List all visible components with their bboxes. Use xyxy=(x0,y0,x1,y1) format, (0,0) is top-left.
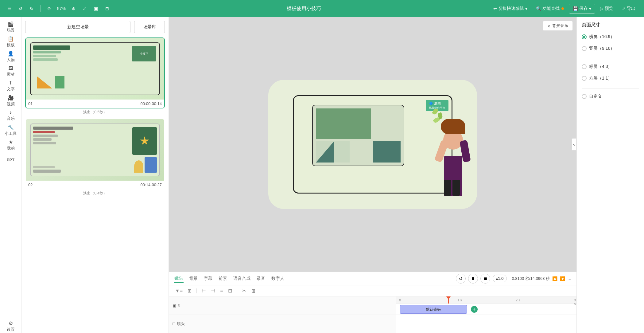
mine-icon: ★ xyxy=(9,139,13,145)
sidebar-item-ppt[interactable]: PPT xyxy=(2,153,20,166)
layout-button[interactable]: ⊟ xyxy=(103,5,111,12)
zoom-out-button[interactable]: ⊖ xyxy=(45,5,53,12)
feature-search-button[interactable]: 🔍 功能查找 xyxy=(532,4,568,13)
character-icon: 👤 xyxy=(8,51,14,57)
tab-subtitle[interactable]: 字幕 xyxy=(203,275,213,283)
split-icon[interactable]: ✂ xyxy=(241,287,247,294)
align-center-icon[interactable]: ≡ xyxy=(219,288,224,294)
option-standard[interactable]: 标屏（4:3） xyxy=(582,64,639,69)
export-icon: ↗ xyxy=(622,6,626,11)
align-right-icon[interactable]: ⊣ xyxy=(210,287,216,294)
redo-button[interactable]: ↻ xyxy=(27,5,36,12)
grid-timeline-icon[interactable]: ⊞ xyxy=(186,287,193,294)
center-area: ♫ 背景音乐 🔷 展阅视频制作平台 xyxy=(169,17,576,333)
sidebar-item-music[interactable]: ♪ 音乐 xyxy=(2,109,20,122)
radio-portrait[interactable] xyxy=(582,46,587,51)
switch-edit-button[interactable]: ⇌ 切换快速编辑 ▾ xyxy=(490,4,531,13)
material-icon: 🖼 xyxy=(8,65,13,71)
scene-transition-2: 淡出（0.4秒） xyxy=(25,190,165,197)
square-label: 方屏（1:1） xyxy=(589,76,612,81)
layout-icon: ⊟ xyxy=(105,6,109,11)
radio-custom[interactable] xyxy=(582,94,587,99)
tool-divider xyxy=(196,288,197,293)
option-portrait[interactable]: 竖屏（9:16） xyxy=(582,46,639,51)
reset-button[interactable]: ↺ xyxy=(456,274,466,284)
sidebar-item-video[interactable]: 🎥 视频 xyxy=(2,94,20,108)
scene-label: 场景 xyxy=(7,28,15,33)
sidebar-item-character[interactable]: 👤 人物 xyxy=(2,50,20,63)
sidebar-item-tools[interactable]: 🔧 小工具 xyxy=(2,123,20,137)
pause-button[interactable]: ⏸ xyxy=(468,274,478,284)
portrait-label: 竖屏（9:16） xyxy=(589,46,615,51)
slide-inner-frame xyxy=(312,105,404,166)
undo-button[interactable]: ↺ xyxy=(16,5,25,12)
canvas-wrapper: 🔷 展阅视频制作平台 xyxy=(169,17,576,272)
text-label: 文字 xyxy=(7,86,15,92)
scene-id-2: 02 xyxy=(28,182,33,187)
sidebar-item-material[interactable]: 🖼 素材 xyxy=(2,65,20,78)
template-icon: 📋 xyxy=(8,36,14,42)
ppt-icon: PPT xyxy=(7,158,14,162)
fullscreen-icon: ⤢ xyxy=(83,6,87,11)
fullscreen-button[interactable]: ⤢ xyxy=(80,5,89,12)
collapse-panel-button[interactable]: ◁ xyxy=(572,138,576,151)
stop-button[interactable]: ⏹ xyxy=(480,274,490,284)
scene-time-1: 00:00-00:14 xyxy=(141,101,162,106)
new-scene-button[interactable]: 新建空场景 xyxy=(25,21,130,33)
tab-digital-human[interactable]: 数字人 xyxy=(271,275,285,283)
character-label: 人物 xyxy=(7,57,15,63)
scene-library-button[interactable]: 场景库 xyxy=(134,21,165,33)
sidebar-item-text[interactable]: T 文字 xyxy=(2,79,20,93)
scene-footer-1: 01 00:00-00:14 xyxy=(26,100,164,108)
option-landscape[interactable]: 横屏（16:9） xyxy=(582,34,639,40)
menu-button[interactable]: ☰ xyxy=(5,5,14,12)
ruler-label: ▣ 0 xyxy=(169,296,396,315)
align-left-icon[interactable]: ⊢ xyxy=(200,287,207,294)
top-toolbar: ☰ ↺ ↻ ⊖ 57% ⊕ ⤢ ▣ ⊟ 模板使用小技巧 ⇌ 切换快速编辑 ▾ 🔍… xyxy=(0,0,644,17)
redo-icon: ↻ xyxy=(30,6,33,11)
camera-track-text: 镜头 xyxy=(177,321,185,327)
slide-canvas[interactable]: 🔷 展阅视频制作平台 xyxy=(293,95,452,194)
export-button[interactable]: ↗ 导出 xyxy=(618,4,639,13)
save-button[interactable]: 💾 保存 ▾ xyxy=(569,4,595,14)
sidebar-item-settings[interactable]: ⚙ 设置 xyxy=(2,319,20,333)
delete-icon[interactable]: 🗑 xyxy=(250,288,257,294)
sidebar-item-template[interactable]: 📋 模板 xyxy=(2,35,20,49)
volume-down-button[interactable]: 🔽 xyxy=(560,276,565,281)
radio-landscape[interactable] xyxy=(582,34,587,39)
scene-card-1[interactable]: 小技巧 01 00:00-00:14 xyxy=(25,37,165,108)
radio-standard[interactable] xyxy=(582,64,587,69)
filter-icon[interactable]: ▼≡ xyxy=(174,288,184,294)
default-camera-block[interactable]: 默认镜头 xyxy=(400,305,467,314)
sidebar-item-mine[interactable]: ★ 我的 xyxy=(2,138,20,152)
save-icon: 💾 xyxy=(573,6,578,11)
sidebar-item-scene[interactable]: 🎬 场景 xyxy=(2,20,20,34)
preview-button[interactable]: ▷ 预览 xyxy=(596,4,617,13)
tab-voice-synthesis[interactable]: 语音合成 xyxy=(233,275,251,283)
distribute-icon[interactable]: ⊟ xyxy=(227,287,233,294)
option-custom[interactable]: 自定义 xyxy=(582,94,639,99)
tab-recording[interactable]: 录音 xyxy=(256,275,266,283)
add-track-button[interactable]: + xyxy=(471,306,478,313)
slide-block-2 xyxy=(373,141,401,163)
tab-camera[interactable]: 镜头 xyxy=(174,274,184,283)
slide-triangle xyxy=(316,141,334,163)
slide-block-1 xyxy=(316,108,371,139)
volume-up-button[interactable]: 🔼 xyxy=(552,276,557,281)
tab-foreground[interactable]: 前景 xyxy=(218,275,228,283)
grid-button[interactable]: ▣ xyxy=(91,5,100,12)
scene-thumb-1: 小技巧 xyxy=(26,38,164,100)
scene-item-2: 02 00:14-00:27 淡出（0.4秒） xyxy=(25,119,165,197)
radio-square[interactable] xyxy=(582,76,587,81)
scene-id-1: 01 xyxy=(28,101,33,106)
expand-timeline-button[interactable]: ⌄ xyxy=(568,276,572,281)
tab-background[interactable]: 背景 xyxy=(188,275,198,283)
zoom-in-button[interactable]: ⊕ xyxy=(69,5,78,12)
option-square[interactable]: 方屏（1:1） xyxy=(582,76,639,81)
timeline-area: 镜头 背景 字幕 前景 语音合成 录音 数字人 ↺ ⏸ ⏹ x1.0 0.810… xyxy=(169,272,576,333)
speed-button[interactable]: x1.0 xyxy=(493,275,507,282)
scene-card-2[interactable]: 02 00:14-00:27 xyxy=(25,119,165,190)
switch-icon: ⇌ xyxy=(493,6,497,11)
playhead-marker xyxy=(446,296,451,300)
playhead[interactable] xyxy=(448,296,449,304)
